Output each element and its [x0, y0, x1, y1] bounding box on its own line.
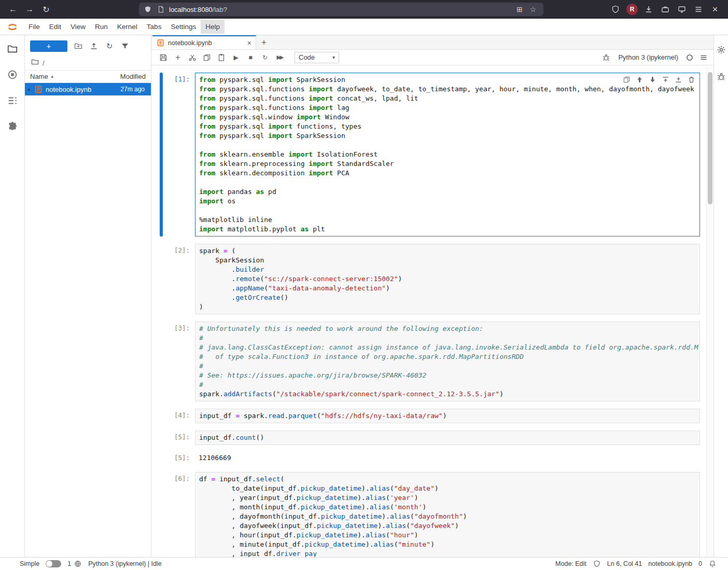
- cell-editor[interactable]: input_df = spark.read.parquet("hdfs://hd…: [195, 409, 700, 423]
- cursor-position[interactable]: Ln 6, Col 41: [607, 560, 642, 567]
- cell-editor[interactable]: spark = ( SparkSession .builder .remote(…: [195, 244, 700, 314]
- insert-cell-above-icon[interactable]: [660, 74, 671, 85]
- notifications-count[interactable]: 0: [698, 560, 702, 567]
- simple-mode-toggle[interactable]: [46, 560, 61, 567]
- save-icon[interactable]: [157, 51, 170, 64]
- code-line: import os: [199, 197, 696, 206]
- site-info-icon[interactable]: [156, 5, 165, 14]
- insert-cell-icon[interactable]: +: [171, 51, 185, 64]
- app-menu-icon[interactable]: [691, 2, 706, 17]
- new-tab-button[interactable]: +: [256, 35, 272, 49]
- code-line: from pyspark.sql import functions, types: [199, 122, 696, 131]
- cell-editor[interactable]: df = input_df.select( to_date(input_df.p…: [195, 472, 700, 557]
- execution-count: [1]:: [163, 73, 195, 237]
- toolbar-overflow-icon[interactable]: [697, 51, 710, 64]
- menu-run[interactable]: Run: [90, 20, 113, 34]
- running-sessions-icon[interactable]: [6, 68, 19, 81]
- download-icon[interactable]: [641, 2, 656, 17]
- code-line: %matplotlib inline: [199, 215, 696, 225]
- notebook-cell[interactable]: [4]:input_df = spark.read.parquet("hdfs:…: [160, 409, 700, 423]
- notebook-cell[interactable]: [3]:# Unfortunately this is needed to wo…: [160, 322, 700, 401]
- url-bar[interactable]: localhost:8080/lab? ⊞ ☆: [139, 3, 543, 16]
- restart-kernel-icon[interactable]: ↻: [258, 51, 272, 64]
- new-launcher-button[interactable]: +: [30, 40, 67, 52]
- menu-kernel[interactable]: Kernel: [113, 20, 142, 34]
- kernel-sessions[interactable]: 1: [67, 560, 82, 568]
- urlbar-actions: ⊞ ☆: [513, 4, 539, 15]
- code-line: from pyspark.sql import SparkSession: [199, 131, 696, 141]
- code-line: [199, 206, 696, 215]
- cell-type-dropdown[interactable]: Code ▾: [295, 52, 339, 63]
- scrollbar-thumb[interactable]: [708, 72, 712, 204]
- execution-count: [6]:: [163, 472, 195, 557]
- command-mode-indicator[interactable]: Mode: Edit: [555, 560, 586, 567]
- duplicate-cell-icon[interactable]: [621, 74, 632, 85]
- close-window-button[interactable]: ×: [707, 2, 723, 17]
- back-button[interactable]: ←: [5, 2, 21, 17]
- containers-grid-icon[interactable]: ⊞: [513, 4, 526, 15]
- cell-editor[interactable]: from pyspark.sql import SparkSessionfrom…: [195, 73, 700, 237]
- toolbox-icon[interactable]: [657, 2, 673, 17]
- execution-count: [4]:: [163, 409, 195, 423]
- run-cell-icon[interactable]: ▶: [229, 51, 243, 64]
- cell-editor[interactable]: input_df.count(): [195, 430, 700, 445]
- extension-shield-icon[interactable]: [608, 2, 623, 17]
- property-inspector-gear-icon[interactable]: [715, 44, 727, 56]
- menu-file[interactable]: File: [24, 20, 45, 34]
- kernel-status-text[interactable]: Python 3 (ipykernel) | Idle: [88, 560, 162, 567]
- bookmark-star-icon[interactable]: ☆: [527, 4, 539, 15]
- filter-icon[interactable]: [120, 41, 130, 51]
- tab-bar: notebook.ipynb × +: [151, 35, 713, 50]
- notebook-cell[interactable]: [1]:from pyspark.sql import SparkSession…: [160, 73, 700, 237]
- home-folder-icon[interactable]: [31, 58, 39, 67]
- cut-cells-icon[interactable]: [186, 51, 199, 64]
- breadcrumb-root[interactable]: /: [43, 59, 45, 67]
- file-browser-tab-icon[interactable]: [6, 43, 19, 55]
- menu-edit[interactable]: Edit: [45, 20, 66, 34]
- code-line: df = input_df.select(: [199, 475, 696, 484]
- tab-notebook[interactable]: notebook.ipynb ×: [152, 35, 256, 49]
- tab-close-icon[interactable]: ×: [247, 39, 251, 47]
- paste-cells-icon[interactable]: [215, 51, 228, 64]
- menu-settings[interactable]: Settings: [166, 20, 201, 34]
- move-cell-down-icon[interactable]: [647, 74, 658, 85]
- restart-run-all-icon[interactable]: ▶▶: [273, 51, 286, 64]
- kernel-name[interactable]: Python 3 (ipykernel): [618, 53, 678, 61]
- insert-cell-below-icon[interactable]: [673, 74, 684, 85]
- debugger-icon[interactable]: [599, 51, 613, 64]
- tracking-shield-icon[interactable]: [143, 5, 152, 14]
- debugger-tab-icon[interactable]: [715, 71, 727, 83]
- forward-button[interactable]: →: [22, 2, 37, 17]
- code-line: input_df = spark.read.parquet("hdfs://hd…: [199, 411, 696, 421]
- display-icon[interactable]: [674, 2, 690, 17]
- refresh-icon[interactable]: ↻: [105, 41, 114, 51]
- notebook-cell[interactable]: [5]:input_df.count(): [160, 430, 700, 445]
- notebook-cell[interactable]: [2]:spark = ( SparkSession .builder .rem…: [160, 244, 700, 314]
- cell-editor[interactable]: # Unfortunately this is needed to work a…: [195, 322, 700, 401]
- code-line: #: [199, 380, 696, 390]
- profile-avatar[interactable]: R: [626, 4, 638, 15]
- name-column-header[interactable]: Name ▲: [30, 73, 120, 80]
- move-cell-up-icon[interactable]: [634, 74, 645, 85]
- copy-cells-icon[interactable]: [200, 51, 214, 64]
- cell-output: [5]:12106669: [160, 451, 700, 465]
- table-of-contents-icon[interactable]: [6, 94, 19, 107]
- extensions-puzzle-icon[interactable]: [6, 120, 19, 133]
- notebook-cells: [1]:from pyspark.sql import SparkSession…: [151, 65, 713, 557]
- menu-tabs[interactable]: Tabs: [142, 20, 166, 34]
- new-folder-icon[interactable]: [74, 41, 83, 51]
- notebook-scrollbar[interactable]: [706, 66, 713, 557]
- notebook-cell[interactable]: [6]:df = input_df.select( to_date(input_…: [160, 472, 700, 557]
- upload-icon[interactable]: [89, 41, 99, 51]
- kernel-status-icon[interactable]: [687, 54, 693, 61]
- jupyter-logo-icon: [6, 21, 19, 33]
- delete-cell-icon[interactable]: [685, 74, 697, 85]
- interrupt-kernel-icon[interactable]: ■: [244, 51, 257, 64]
- code-line: spark.addArtifacts("/stackable/spark/con…: [199, 390, 696, 399]
- menu-view[interactable]: View: [66, 20, 90, 34]
- file-row[interactable]: ●notebook.ipynb27m ago: [25, 83, 151, 95]
- reload-button[interactable]: ↻: [38, 2, 54, 17]
- menu-help[interactable]: Help: [201, 20, 225, 34]
- modified-column-header[interactable]: Modified: [120, 73, 146, 80]
- bell-icon[interactable]: [708, 560, 717, 568]
